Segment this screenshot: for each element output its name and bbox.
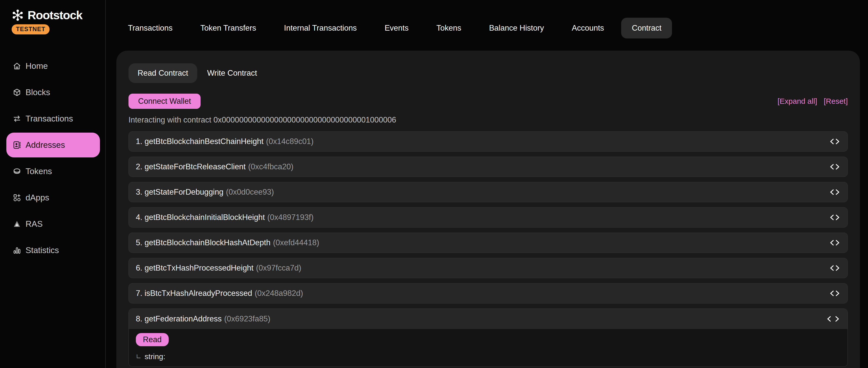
tab-accounts[interactable]: Accounts [572, 24, 604, 33]
code-icon[interactable] [829, 289, 840, 297]
brand-logo[interactable]: Rootstock [11, 8, 82, 22]
swap-arrows-icon [13, 114, 21, 123]
code-icon[interactable] [829, 239, 840, 247]
function-row[interactable]: 5. getBtcBlockchainBlockHashAtDepth (0xe… [128, 233, 848, 253]
address-book-icon [13, 141, 21, 149]
tab-transactions[interactable]: Transactions [128, 24, 173, 33]
sidebar-item-label: Transactions [26, 114, 73, 123]
sidebar-item-dapps[interactable]: dApps [6, 185, 100, 210]
tab-contract[interactable]: Contract [621, 18, 672, 38]
sidebar-item-home[interactable]: Home [6, 54, 100, 79]
connect-wallet-button[interactable]: Connect Wallet [128, 94, 200, 109]
function-row[interactable]: 1. getBtcBlockchainBestChainHeight (0x14… [128, 131, 848, 151]
sidebar-item-label: Statistics [26, 246, 59, 255]
function-label: 3. getStateForDebugging [136, 188, 223, 197]
sidebar-item-ras[interactable]: RAS [6, 211, 100, 236]
function-selector: (0x0d0cee93) [226, 188, 274, 197]
code-icon[interactable] [829, 163, 840, 171]
sidebar: Rootstock TESTNET Home Blocks Transactio… [0, 0, 106, 368]
function-label: 5. getBtcBlockchainBlockHashAtDepth [136, 238, 270, 247]
sidebar-item-addresses[interactable]: Addresses [6, 133, 100, 158]
function-label: 6. getBtcTxHashProcessedHeight [136, 263, 253, 273]
function-selector: (0xefd44418) [273, 238, 319, 247]
function-row[interactable]: 3. getStateForDebugging (0x0d0cee93) [128, 182, 848, 202]
function-selector: (0x6923fa85) [224, 314, 271, 323]
function-selector: (0x14c89c01) [266, 137, 314, 146]
function-selector: (0x97fcca7d) [256, 263, 301, 273]
function-card-expanded: 8. getFederationAddress (0x6923fa85) Rea… [128, 309, 848, 367]
reset-link[interactable]: [Reset] [824, 97, 848, 106]
sidebar-item-label: Home [26, 61, 48, 71]
network-badge: TESTNET [12, 24, 50, 34]
code-icon[interactable] [829, 188, 840, 196]
address-tabs-bar: Transactions Token Transfers Internal Tr… [106, 0, 868, 51]
tab-read-contract[interactable]: Read Contract [128, 63, 197, 83]
sidebar-item-label: dApps [26, 193, 49, 202]
sidebar-item-label: RAS [26, 219, 43, 229]
function-row[interactable]: 8. getFederationAddress (0x6923fa85) [129, 309, 847, 329]
tab-internal-transactions[interactable]: Internal Transactions [284, 24, 357, 33]
function-label: 2. getStateForBtcReleaseClient [136, 162, 246, 171]
contract-panel: Read Contract Write Contract Connect Wal… [116, 51, 860, 368]
output-row: ∟ string: [136, 352, 840, 361]
return-indent-icon: ∟ [136, 353, 142, 360]
triangle-icon [13, 220, 21, 228]
tab-write-contract[interactable]: Write Contract [207, 68, 257, 78]
function-selector: (0xc4fbca20) [248, 162, 293, 171]
home-icon [13, 62, 21, 70]
function-row[interactable]: 2. getStateForBtcReleaseClient (0xc4fbca… [128, 157, 848, 177]
sidebar-item-label: Blocks [26, 88, 50, 97]
code-icon[interactable] [826, 315, 840, 323]
function-row[interactable]: 6. getBtcTxHashProcessedHeight (0x97fcca… [128, 258, 848, 278]
code-icon[interactable] [829, 214, 840, 221]
sidebar-item-blocks[interactable]: Blocks [6, 80, 100, 105]
bar-chart-icon [13, 246, 21, 255]
sidebar-item-transactions[interactable]: Transactions [6, 106, 100, 131]
contract-subtabs: Read Contract Write Contract [128, 63, 848, 83]
read-button[interactable]: Read [136, 333, 169, 346]
function-card-body: Read ∟ string: [129, 329, 847, 366]
function-list: 1. getBtcBlockchainBestChainHeight (0x14… [128, 131, 848, 367]
function-row[interactable]: 4. getBtcBlockchainInitialBlockHeight (0… [128, 207, 848, 228]
list-controls: [Expand all] [Reset] [777, 97, 848, 106]
tab-balance-history[interactable]: Balance History [489, 24, 544, 33]
code-icon[interactable] [829, 264, 840, 272]
function-label: 8. getFederationAddress [136, 314, 222, 323]
function-label: 4. getBtcBlockchainInitialBlockHeight [136, 213, 265, 222]
sidebar-item-label: Addresses [26, 140, 65, 150]
cube-icon [13, 88, 21, 97]
wallet-toolbar: Connect Wallet [Expand all] [Reset] [128, 94, 848, 109]
sidebar-item-label: Tokens [26, 167, 52, 176]
tab-events[interactable]: Events [385, 24, 409, 33]
sidebar-item-tokens[interactable]: Tokens [6, 159, 100, 184]
function-label: 1. getBtcBlockchainBestChainHeight [136, 137, 264, 146]
rootstock-logo-icon [11, 9, 24, 22]
brand-name: Rootstock [28, 8, 82, 22]
tab-tokens[interactable]: Tokens [436, 24, 461, 33]
interacting-with-line: Interacting with contract 0x000000000000… [128, 115, 848, 124]
expand-all-link[interactable]: [Expand all] [777, 97, 817, 106]
apps-plus-icon [13, 193, 21, 202]
function-selector: (0x4897193f) [267, 213, 314, 222]
coin-icon [13, 167, 21, 176]
function-row[interactable]: 7. isBtcTxHashAlreadyProcessed (0x248a98… [128, 283, 848, 304]
function-selector: (0x248a982d) [255, 289, 303, 298]
contract-address: 0x00000000000000000000000000000000010000… [213, 115, 396, 124]
function-label: 7. isBtcTxHashAlreadyProcessed [136, 289, 252, 298]
tab-token-transfers[interactable]: Token Transfers [200, 24, 256, 33]
code-icon[interactable] [829, 138, 840, 145]
interacting-prefix: Interacting with contract [128, 115, 211, 124]
sidebar-nav: Home Blocks Transactions Addresses [0, 54, 105, 264]
output-type-label: string: [145, 352, 165, 361]
sidebar-item-statistics[interactable]: Statistics [6, 238, 100, 263]
